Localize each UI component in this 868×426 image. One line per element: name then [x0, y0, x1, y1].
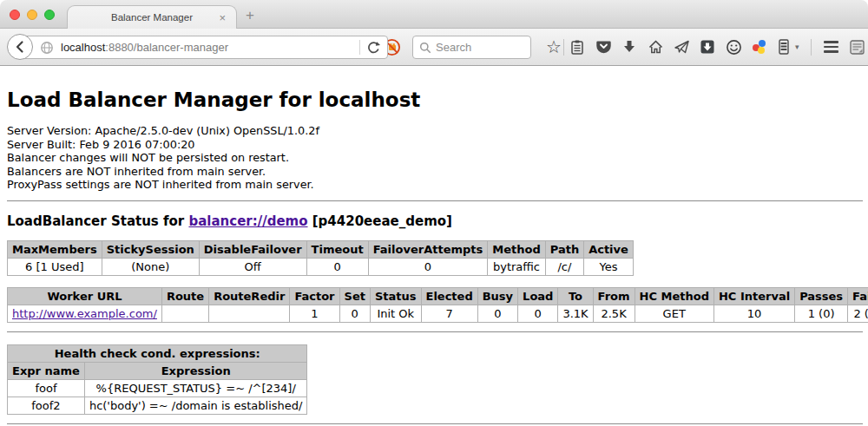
- download-arrow-icon: [621, 39, 637, 55]
- archive-extension-button[interactable]: [774, 37, 793, 56]
- pocket-button[interactable]: [594, 37, 613, 56]
- col-to: To: [558, 287, 593, 305]
- col-route: Route: [161, 287, 208, 305]
- minimize-window-button[interactable]: [27, 10, 37, 20]
- send-plane-icon: [674, 39, 690, 55]
- cell-disablefailover: Off: [199, 258, 306, 275]
- cell-passes: 1 (0): [795, 305, 848, 322]
- col-routeredir: RouteRedir: [209, 287, 290, 305]
- tab-close-icon[interactable]: ×: [219, 11, 226, 24]
- divider-rule-bottom: [7, 423, 863, 425]
- zoom-window-button[interactable]: [44, 10, 55, 20]
- pocket-icon: [595, 39, 612, 55]
- cell-expression: %{REQUEST_STATUS} =~ /^[234]/: [84, 379, 307, 397]
- cell-busy: 0: [477, 305, 517, 322]
- cell-factor: 1: [290, 305, 339, 322]
- cell-expr-name: foof2: [8, 397, 85, 414]
- col-disablefailover: DisableFailover: [199, 240, 306, 258]
- cell-active: Yes: [584, 258, 634, 275]
- cell-to: 3.1K: [558, 305, 593, 322]
- balancer-settings-table: MaxMembers StickySession DisableFailover…: [7, 240, 634, 276]
- reading-list-button[interactable]: [568, 37, 587, 56]
- col-expression: Expression: [84, 362, 307, 379]
- emoji-smiley-icon: [726, 39, 742, 56]
- cell-failoverattempts: 0: [368, 258, 488, 275]
- tab-balancer-manager[interactable]: Balancer Manager ×: [67, 5, 237, 29]
- col-busy: Busy: [477, 287, 517, 305]
- url-text[interactable]: localhost:8880/balancer-manager: [61, 41, 359, 54]
- menu-hamburger-icon: [824, 41, 838, 53]
- send-tab-button[interactable]: [672, 37, 691, 56]
- server-info: Server Version: Apache/2.5.0-dev (Unix) …: [7, 124, 863, 192]
- dropdown-caret-icon[interactable]: ▾: [795, 43, 799, 51]
- col-load: Load: [518, 287, 558, 305]
- reading-list-icon: [569, 39, 585, 56]
- home-button[interactable]: [646, 37, 665, 56]
- col-stickysession: StickySession: [102, 240, 199, 258]
- table-header-row: Expr name Expression: [8, 362, 307, 379]
- menu-button[interactable]: [821, 37, 840, 56]
- table-row: 6 [1 Used] (None) Off 0 0 bytraffic /c/ …: [8, 258, 634, 275]
- health-check-table: Health check cond. expressions: Expr nam…: [7, 344, 307, 415]
- col-active: Active: [584, 240, 634, 258]
- persist-note-line: Balancer changes will NOT be persisted o…: [7, 151, 863, 165]
- hc-row-foof2: foof2 hc('body') =~ /domain is establish…: [8, 397, 307, 414]
- cell-timeout: 0: [306, 258, 368, 275]
- cell-stickysession: (None): [102, 258, 199, 275]
- table-title-row: Health check cond. expressions:: [8, 344, 307, 362]
- home-icon: [648, 39, 664, 55]
- cell-from: 2.5K: [593, 305, 635, 322]
- cell-routeredir: [209, 305, 290, 322]
- balancer-demo-link[interactable]: balancer://demo: [188, 213, 307, 229]
- col-elected: Elected: [421, 287, 477, 305]
- col-maxmembers: MaxMembers: [8, 240, 102, 258]
- cell-maxmembers: 6 [1 Used]: [8, 258, 102, 275]
- cell-expr-name: foof: [8, 379, 85, 397]
- page-grid-icon: [849, 39, 865, 56]
- col-from: From: [593, 287, 635, 305]
- search-input[interactable]: [436, 41, 518, 54]
- col-method: Method: [488, 240, 545, 258]
- hc-row-foof: foof %{REQUEST_STATUS} =~ /^[234]/: [8, 379, 307, 397]
- server-built-line: Server Built: Feb 9 2016 07:00:20: [7, 138, 863, 152]
- toolbar-separator-2: [811, 39, 812, 56]
- url-path: :8880/balancer-manager: [105, 41, 228, 54]
- reload-icon[interactable]: [366, 41, 380, 55]
- page-actions-button[interactable]: [847, 37, 866, 56]
- server-version-line: Server Version: Apache/2.5.0-dev (Unix) …: [7, 124, 863, 138]
- downloads-button[interactable]: [620, 37, 639, 56]
- cell-load: 0: [518, 305, 558, 322]
- col-hc-method: HC Method: [635, 287, 713, 305]
- search-icon: [419, 42, 431, 54]
- emoji-button[interactable]: [724, 37, 743, 56]
- col-expr-name: Expr name: [8, 362, 85, 379]
- col-passes: Passes: [795, 287, 848, 305]
- page-content: Load Balancer Manager for localhost Serv…: [0, 67, 868, 426]
- globe-icon: [40, 41, 54, 55]
- titlebar: Balancer Manager × +: [0, 0, 868, 29]
- search-bar[interactable]: [412, 36, 531, 59]
- hc-table-title: Health check cond. expressions:: [8, 344, 307, 362]
- col-timeout: Timeout: [306, 240, 368, 258]
- tab-title: Balancer Manager: [111, 12, 193, 23]
- worker-url-link[interactable]: http://www.example.com/: [12, 307, 157, 320]
- col-failoverattempts: FailoverAttempts: [368, 240, 488, 258]
- url-host: localhost: [61, 41, 105, 54]
- download-helper-button[interactable]: [698, 37, 717, 56]
- proxypass-note-line: ProxyPass settings are NOT inherited fro…: [7, 178, 863, 192]
- close-window-button[interactable]: [10, 10, 20, 20]
- col-worker-url: Worker URL: [8, 287, 162, 305]
- worker-row: http://www.example.com/ 1 0 Init Ok 7 0 …: [8, 305, 868, 322]
- cell-hc-interval: 10: [713, 305, 794, 322]
- back-button[interactable]: [7, 34, 33, 60]
- bookmark-star-icon: ☆: [546, 38, 562, 56]
- url-bar[interactable]: localhost:8880/balancer-manager: [20, 36, 388, 59]
- cell-expression: hc('body') =~ /domain is established/: [84, 397, 307, 414]
- toolbar-separator: [563, 39, 564, 56]
- urlbar-divider: [359, 40, 360, 55]
- new-tab-button[interactable]: +: [246, 7, 254, 24]
- col-status: Status: [370, 287, 421, 305]
- bookmark-star-button[interactable]: ☆: [544, 37, 563, 56]
- col-set: Set: [339, 287, 370, 305]
- extension-dots-button[interactable]: [749, 37, 768, 56]
